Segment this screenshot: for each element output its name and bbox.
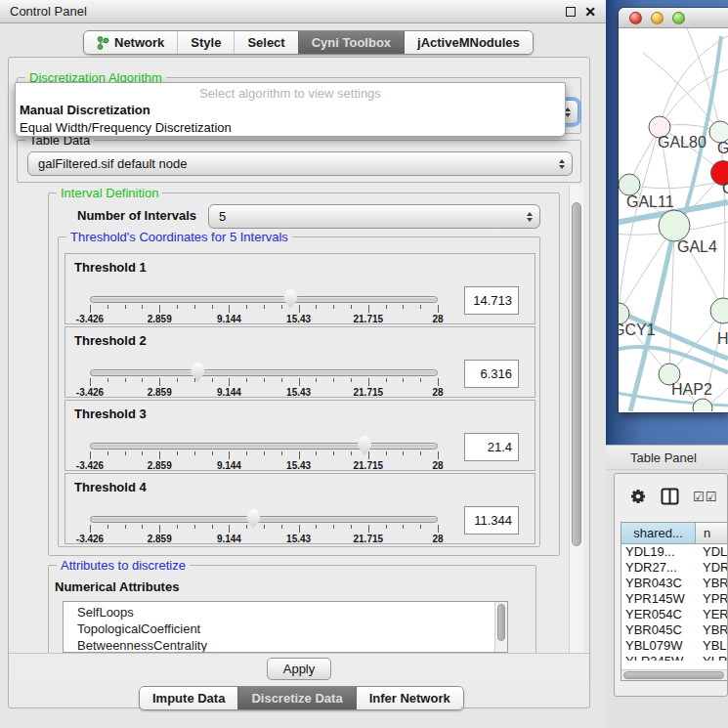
threshold-3-value-field[interactable]: 21.4 — [464, 433, 519, 461]
slider-track[interactable] — [90, 443, 438, 450]
table-row[interactable]: YER054CYER0 — [621, 607, 728, 622]
slider-ticks — [90, 378, 438, 387]
number-of-intervals-combo[interactable]: 5 — [208, 204, 540, 229]
cell[interactable]: YBR043C — [621, 576, 696, 591]
apply-button[interactable]: Apply — [267, 658, 331, 680]
table-data-combo[interactable]: galFiltered.sif default node — [27, 151, 573, 176]
dropdown-option-equal-width-frequency[interactable]: Equal Width/Frequency Discretization — [16, 118, 565, 136]
table-row[interactable]: YBR045CYBR0 — [621, 622, 728, 638]
threshold-4-value-field[interactable]: 11.344 — [464, 506, 519, 535]
control-panel-window: Control Panel ✕ Network Style Select Cyn — [0, 0, 606, 728]
numerical-attributes-heading: Numerical Attributes — [55, 579, 179, 594]
network-icon — [97, 36, 109, 50]
minimize-traffic-light[interactable] — [651, 12, 664, 24]
node-gal11[interactable] — [619, 174, 640, 195]
threshold-1-slider[interactable]: -3.4262.8599.14415.4321.71528 — [90, 254, 438, 325]
table-horizontal-scrollbar[interactable] — [621, 669, 728, 680]
cell[interactable]: YDR27... — [621, 560, 696, 576]
cell[interactable]: YDR2 — [696, 560, 728, 576]
tab-style[interactable]: Style — [177, 31, 234, 54]
tab-impute-data[interactable]: Impute Data — [140, 687, 237, 709]
list-item-topologicalcoefficient[interactable]: TopologicalCoefficient — [64, 621, 507, 637]
settings-vertical-scrollbar[interactable] — [569, 185, 583, 653]
node-partial-bottom[interactable] — [693, 399, 712, 411]
slider-track[interactable] — [90, 296, 438, 303]
number-of-intervals-label: Number of Intervals — [77, 208, 196, 223]
cell[interactable]: YPR1 — [696, 591, 728, 607]
slider-tick-labels: -3.4262.8599.14415.4321.71528 — [90, 460, 438, 472]
tab-jactivemnodules[interactable]: jActiveMNodules — [404, 31, 533, 54]
attributes-list-scrollbar[interactable] — [494, 602, 507, 652]
cell[interactable]: YDL19... — [621, 544, 696, 560]
table-row[interactable]: YLR345WYLR3 — [621, 654, 728, 661]
label-gcy1: GCY1 — [619, 321, 656, 338]
cell[interactable]: YLR3 — [696, 654, 728, 661]
cell[interactable]: YPR145W — [621, 591, 696, 607]
cyni-toolbox-panel: Discretization Algorithm Select algorith… — [8, 57, 590, 708]
network-canvas[interactable]: GAL80 GA C GAL11 GAL4 GCY1 H HAP2 — [619, 28, 728, 411]
cell[interactable]: YBR0 — [696, 576, 728, 591]
gear-icon[interactable] — [629, 488, 647, 505]
slider-ticks — [90, 305, 438, 314]
list-item-betweennesscentrality[interactable]: BetweennessCentrality — [64, 637, 507, 653]
table-row[interactable]: YDR27...YDR2 — [621, 560, 728, 576]
close-icon[interactable]: ✕ — [584, 5, 596, 19]
label-partial-top-right: GA — [717, 140, 728, 156]
table-row[interactable]: YBL079WYBL0 — [621, 638, 728, 654]
cell[interactable]: YER0 — [696, 607, 728, 622]
tab-select[interactable]: Select — [234, 31, 297, 54]
thresholds-group: Threshold's Coordinates for 5 Intervals … — [58, 236, 540, 547]
column-layout-icon[interactable] — [661, 488, 679, 505]
tab-cyni-toolbox[interactable]: Cyni Toolbox — [298, 31, 404, 54]
tab-network-label: Network — [114, 35, 164, 50]
list-item-selfloops[interactable]: SelfLoops — [64, 602, 507, 621]
column-header-name[interactable]: n — [696, 523, 728, 544]
cell[interactable]: YDL1 — [696, 544, 728, 560]
close-traffic-light[interactable] — [629, 12, 642, 24]
float-window-icon[interactable] — [566, 7, 576, 17]
threshold-1-value-field[interactable]: 14.713 — [464, 286, 519, 315]
tab-discretize-data-label: Discretize Data — [251, 691, 342, 706]
cell[interactable]: YBL0 — [696, 638, 728, 654]
threshold-2-slider[interactable]: -3.4262.8599.14415.4321.71528 — [90, 327, 438, 399]
slider-track[interactable] — [90, 369, 438, 376]
table-row[interactable]: YDL19...YDL1 — [621, 544, 728, 560]
window-title: Control Panel — [0, 4, 87, 19]
zoom-traffic-light[interactable] — [672, 12, 685, 24]
apply-bar: Apply — [9, 653, 589, 686]
node-gal4[interactable] — [659, 210, 690, 241]
settings-scroll-pane: Interval Definition Number of Intervals … — [44, 185, 583, 653]
tab-jactivemnodules-label: jActiveMNodules — [417, 35, 520, 50]
number-of-intervals-value: 5 — [219, 209, 226, 224]
algorithm-dropdown-popup: Select algorithm to view settings Manual… — [15, 82, 566, 137]
cell[interactable]: YBR045C — [621, 622, 696, 638]
tab-infer-network[interactable]: Infer Network — [356, 687, 463, 709]
tab-network[interactable]: Network — [84, 31, 177, 54]
threshold-3-slider[interactable]: -3.4262.8599.14415.4321.71528 — [90, 401, 438, 472]
tab-select-label: Select — [247, 35, 284, 50]
slider-track[interactable] — [90, 516, 438, 523]
label-hap2: HAP2 — [671, 381, 712, 398]
tab-infer-network-label: Infer Network — [369, 691, 450, 706]
cell[interactable]: YBR0 — [696, 622, 728, 638]
threshold-2-value-field[interactable]: 6.316 — [464, 360, 519, 388]
interval-definition-group: Interval Definition Number of Intervals … — [48, 193, 560, 556]
network-view-window[interactable]: GAL80 GA C GAL11 GAL4 GCY1 H HAP2 — [619, 8, 728, 412]
tab-discretize-data[interactable]: Discretize Data — [237, 687, 355, 709]
table-row[interactable]: YBR043CYBR0 — [621, 576, 728, 591]
dropdown-hint: Select algorithm to view settings — [16, 86, 565, 101]
column-header-shared-name[interactable]: shared... — [621, 523, 696, 544]
cell[interactable]: YER054C — [621, 607, 696, 622]
attributes-group-title: Attributes to discretize — [57, 558, 190, 573]
column-visibility-checkboxes-icon[interactable]: ☑☑ — [693, 490, 717, 504]
node-partial-low-right[interactable] — [710, 298, 728, 323]
numerical-attributes-list[interactable]: SelfLoops TopologicalCoefficient Between… — [63, 601, 508, 653]
cell[interactable]: YBL079W — [621, 638, 696, 654]
slider-tick-labels: -3.4262.8599.14415.4321.71528 — [90, 387, 438, 399]
slider-ticks — [90, 451, 438, 460]
label-gal11: GAL11 — [626, 193, 674, 210]
dropdown-option-manual-discretization[interactable]: Manual Discretization — [16, 101, 565, 118]
table-row[interactable]: YPR145WYPR1 — [621, 591, 728, 607]
cell[interactable]: YLR345W — [621, 654, 696, 661]
threshold-4-slider[interactable]: -3.4262.8599.14415.4321.71528 — [90, 474, 438, 545]
